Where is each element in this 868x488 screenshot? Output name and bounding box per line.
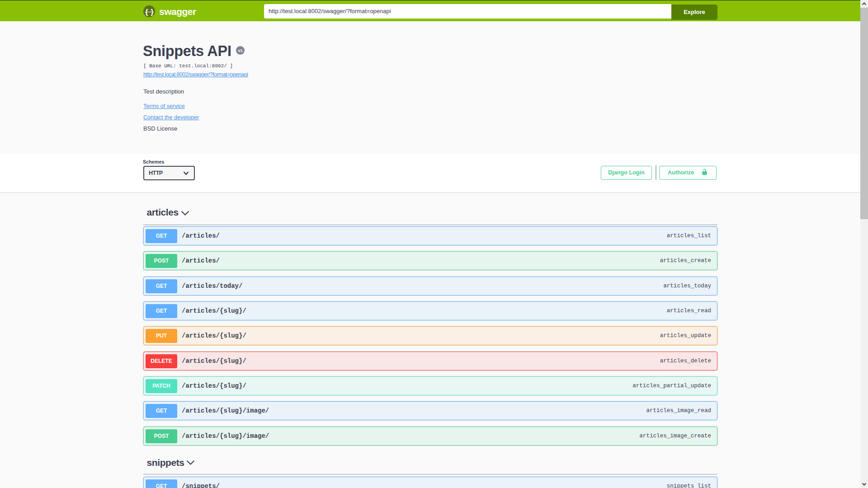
svg-text:}: } xyxy=(151,8,154,16)
